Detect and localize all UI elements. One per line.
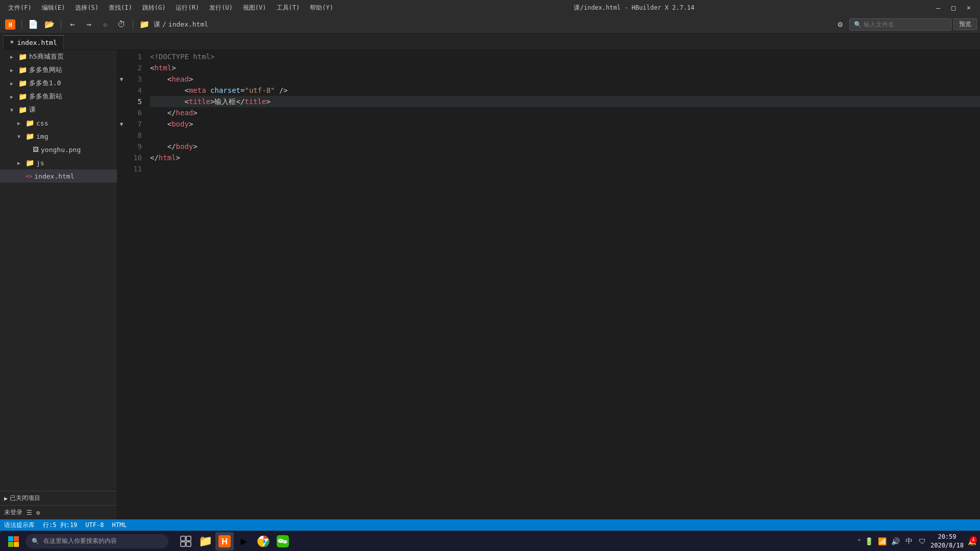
sidebar-item-css[interactable]: ▶ 📁 css	[0, 116, 117, 130]
breadcrumb-root[interactable]: 课	[154, 20, 160, 29]
tray-icon-1[interactable]: 🔋	[864, 536, 874, 546]
encoding[interactable]: UTF-8	[85, 521, 104, 529]
svg-text:H: H	[222, 537, 228, 546]
open-file-icon[interactable]: 📂	[42, 17, 57, 32]
menu-select[interactable]: 选择(S)	[71, 3, 103, 13]
forward-icon[interactable]: →	[82, 17, 96, 32]
sidebar-item-duoyu10[interactable]: ▶ 📁 多多鱼1.0	[0, 77, 117, 90]
tray-icon-5[interactable]: 🛡	[917, 536, 927, 546]
token-bracket: >	[176, 152, 180, 163]
input-method[interactable]: 中	[904, 536, 914, 546]
fold-3[interactable]: ▼	[117, 73, 126, 85]
sidebar-item-label: img	[36, 133, 48, 140]
maximize-button[interactable]: □	[946, 2, 961, 13]
sidebar-item-img[interactable]: ▼ 📁 img	[0, 130, 117, 143]
line-num-2: 2	[130, 62, 142, 73]
not-logged-in[interactable]: 未登录	[4, 508, 22, 517]
menu-goto[interactable]: 跳转(G)	[138, 3, 170, 13]
preview-button[interactable]: 预览	[953, 18, 977, 30]
fold-7[interactable]: ▼	[117, 118, 126, 130]
menu-run[interactable]: 运行(R)	[172, 3, 203, 13]
search-icon: 🔍	[854, 21, 862, 28]
wechat-icon[interactable]	[274, 532, 292, 550]
play-icon[interactable]: ▶	[235, 532, 253, 550]
code-editor[interactable]: <!DOCTYPE html> <html> ____ <head> _____…	[146, 50, 980, 519]
settings-icon[interactable]: ⚙	[36, 509, 40, 516]
menu-bar[interactable]: 文件(F) 编辑(E) 选择(S) 查找(I) 跳转(G) 运行(R) 发行(U…	[4, 3, 337, 13]
menu-find[interactable]: 查找(I)	[105, 3, 136, 13]
menu-tools[interactable]: 工具(T)	[273, 3, 304, 13]
tab-index-html[interactable]: * index.html	[3, 35, 64, 49]
tab-modified-indicator: *	[10, 39, 14, 47]
bookmark-icon[interactable]: ☆	[98, 17, 112, 32]
sidebar: ▶ 📁 h5商城首页 ▶ 📁 多多鱼网站 ▶ 📁 多多鱼1.0 ▶ 📁 多多鱼新…	[0, 50, 117, 519]
token-bracket: <	[184, 96, 188, 107]
back-icon[interactable]: ←	[65, 17, 80, 32]
file-search-box[interactable]: 🔍	[849, 18, 951, 31]
sidebar-item-duoyu-new[interactable]: ▶ 📁 多多鱼新站	[0, 90, 117, 103]
close-button[interactable]: ×	[962, 2, 976, 13]
show-hidden-icons[interactable]: ⌃	[857, 538, 861, 545]
menu-edit[interactable]: 编辑(E)	[38, 3, 69, 13]
tray-icon-3[interactable]: 🔊	[891, 536, 901, 546]
list-icon[interactable]: ☰	[27, 509, 32, 516]
history-icon[interactable]: ⏱	[114, 17, 129, 32]
sidebar-item-ke[interactable]: ▼ 📁 课	[0, 103, 117, 116]
taskbar-search[interactable]: 🔍 在这里输入你要搜索的内容	[26, 534, 168, 548]
sidebar-item-label: h5商城首页	[29, 52, 64, 61]
tray-icon-2[interactable]: 📶	[877, 536, 888, 546]
explorer-icon[interactable]: 📁	[137, 17, 152, 32]
file-search-input[interactable]	[864, 21, 945, 28]
token-eq: =	[240, 85, 244, 96]
sidebar-item-label: js	[36, 159, 44, 167]
taskbar-clock[interactable]: 20:59 2020/8/18	[930, 533, 964, 550]
start-button[interactable]	[3, 532, 23, 550]
closed-projects[interactable]: ▶ 已关闭项目	[0, 491, 117, 505]
code-line-1: <!DOCTYPE html>	[150, 51, 980, 62]
fold-4	[117, 85, 126, 96]
menu-publish[interactable]: 发行(U)	[205, 3, 237, 13]
folder-icon: 📁	[18, 92, 27, 101]
breadcrumb-file[interactable]: index.html	[168, 20, 208, 28]
code-line-10: </html>	[150, 152, 980, 163]
code-line-5: ________ <title>输入框</title>	[150, 96, 980, 107]
svg-point-17	[280, 540, 281, 541]
notification-icon[interactable]: 🔔 4	[967, 536, 977, 546]
hbuilder-icon[interactable]: H	[215, 532, 234, 550]
closed-projects-label: 已关闭项目	[10, 494, 40, 503]
menu-help[interactable]: 帮助(Y)	[306, 3, 337, 13]
svg-text:H: H	[8, 21, 12, 29]
sidebar-item-yonghu-png[interactable]: 🖼 yonghu.png	[0, 143, 117, 156]
sidebar-item-h5shop[interactable]: ▶ 📁 h5商城首页	[0, 50, 117, 63]
sidebar-item-duoyu-web[interactable]: ▶ 📁 多多鱼网站	[0, 63, 117, 77]
arrow-icon: ▶	[10, 81, 16, 86]
toolbar: H 📄 📂 ← → ☆ ⏱ 📁 课 / index.html ⚙ 🔍 预览	[0, 15, 980, 34]
menu-view[interactable]: 视图(V)	[239, 3, 271, 13]
menu-file[interactable]: 文件(F)	[4, 3, 36, 13]
file-explorer-icon[interactable]: 📁	[196, 532, 214, 550]
new-file-icon[interactable]: 📄	[26, 17, 40, 32]
folder-icon: 📁	[26, 119, 34, 127]
filter-icon[interactable]: ⚙	[833, 17, 847, 32]
taskbar: 🔍 在这里输入你要搜索的内容 📁 H ▶	[0, 531, 980, 551]
fold-1	[117, 51, 126, 62]
code-line-7: ____ <body>	[150, 118, 980, 130]
sidebar-item-label: yonghu.png	[41, 146, 81, 154]
svg-rect-8	[181, 542, 185, 546]
breadcrumb: 课 / index.html	[154, 20, 208, 29]
minimize-button[interactable]: —	[931, 2, 945, 13]
code-line-9: ____ </body>	[150, 141, 980, 152]
svg-rect-5	[14, 542, 19, 547]
chrome-icon[interactable]	[254, 532, 273, 550]
svg-point-16	[282, 540, 287, 543]
arrow-icon: ▶	[10, 94, 16, 99]
code-line-8	[150, 130, 980, 141]
syntax-tip[interactable]: 语法提示库	[4, 521, 35, 530]
language[interactable]: HTML	[112, 521, 127, 529]
token-tag: html	[154, 62, 172, 73]
sidebar-item-js[interactable]: ▶ 📁 js	[0, 156, 117, 169]
taskview-icon[interactable]	[177, 532, 195, 550]
sidebar-item-index-html[interactable]: <> index.html	[0, 169, 117, 183]
window-controls[interactable]: — □ ×	[931, 2, 976, 13]
separator-3	[133, 19, 133, 30]
